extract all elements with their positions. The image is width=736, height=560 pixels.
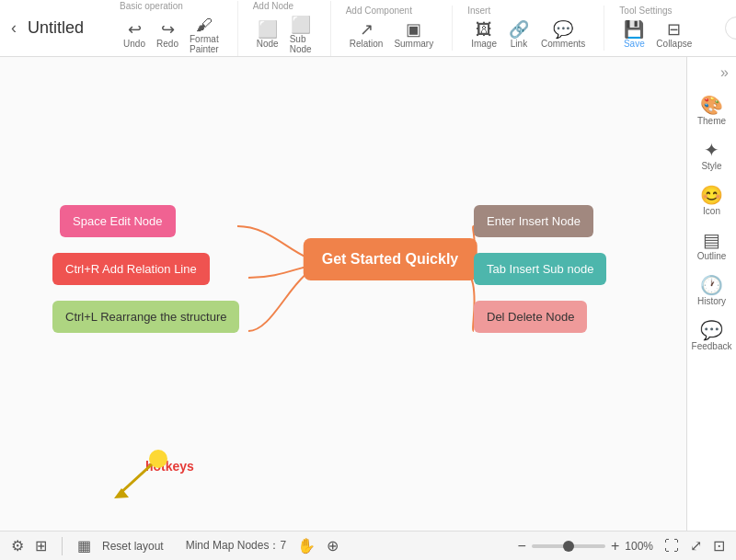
sidebar-item-style[interactable]: ✦ Style <box>687 133 736 178</box>
sidebar-item-icon[interactable]: 😊 Icon <box>687 178 736 223</box>
sidebar-collapse-button[interactable]: » <box>687 64 736 88</box>
outline-icon: ▤ <box>703 231 720 249</box>
toolbar-group-3-label: Insert <box>467 6 490 16</box>
left-node-1-label: Space Edit Node <box>73 214 163 228</box>
hand-icon[interactable]: ✋ <box>297 537 316 554</box>
toolbar-group-2: Add Component↗Relation▣Summary <box>346 6 454 51</box>
toolbar-label-1-0: Node <box>257 39 279 49</box>
toolbar-btn-2-1[interactable]: ▣Summary <box>390 19 437 51</box>
document-title: Untitled <box>28 18 101 38</box>
toolbar-btn-3-0[interactable]: 🖼Image <box>467 19 500 51</box>
toolbar-btn-0-1[interactable]: ↪Redo <box>153 19 182 51</box>
toolbar-icon-1-1: ⬜ <box>291 17 311 33</box>
feedback-icon: 💬 <box>700 321 723 339</box>
toolbar-label-2-1: Summary <box>394 39 433 49</box>
feedback-label: Feedback <box>692 341 732 351</box>
toolbar-label-0-0: Undo <box>123 39 145 49</box>
right-node-1-label: Enter Insert Node <box>487 214 581 228</box>
left-node-1[interactable]: Space Edit Node <box>60 205 176 237</box>
right-sidebar: » 🎨 Theme ✦ Style 😊 Icon ▤ Outline 🕐 His… <box>686 57 736 531</box>
toolbar-group-3-items: 🖼Image🔗Link💬Comments <box>467 19 589 51</box>
reset-layout-label[interactable]: Reset layout <box>102 540 164 553</box>
canvas[interactable]: Get Started Quickly Space Edit Node Ctrl… <box>0 57 686 531</box>
mind-map-nodes-label: Mind Map Nodes：7 <box>186 538 286 554</box>
zoom-slider-thumb[interactable] <box>563 541 574 552</box>
toolbar-btn-0-0[interactable]: ↩Undo <box>120 19 149 51</box>
left-node-3[interactable]: Ctrl+L Rearrange the structure <box>52 301 239 333</box>
center-node[interactable]: Get Started Quickly <box>304 238 477 280</box>
toolbar-label-0-2: Format Painter <box>190 34 219 54</box>
toolbar-icon-3-2: 💬 <box>553 21 573 38</box>
toolbar-icon-2-0: ↗ <box>360 21 374 38</box>
toolbar-group-1-label: Add Node <box>253 1 293 11</box>
toolbar-label-3-2: Comments <box>541 39 585 49</box>
theme-icon: 🎨 <box>700 96 723 114</box>
expand-button[interactable]: ⊡ <box>713 537 725 554</box>
toolbar-label-3-1: Link <box>511 39 527 49</box>
right-node-1[interactable]: Enter Insert Node <box>474 205 593 237</box>
toolbar-btn-0-2[interactable]: 🖌Format Painter <box>186 15 223 56</box>
toolbar-icon-4-0: 💾 <box>624 21 644 38</box>
fullscreen-button[interactable]: ⛶ <box>664 538 679 554</box>
pointer-icon[interactable]: ⊕ <box>327 537 339 554</box>
reset-layout-divider <box>62 537 63 555</box>
history-label: History <box>697 296 726 306</box>
toolbar-btn-3-1[interactable]: 🔗Link <box>504 19 534 51</box>
toolbar-label-4-0: Save <box>624 39 645 49</box>
toolbar-group-2-items: ↗Relation▣Summary <box>346 19 438 51</box>
share-button[interactable]: ⬡ Share <box>725 17 736 40</box>
sidebar-item-history[interactable]: 🕐 History <box>687 269 736 314</box>
toolbar-group-4: Tool Settings💾Save⊟Collapse <box>619 6 710 51</box>
toolbar-label-2-0: Relation <box>350 39 384 49</box>
toolbar-btn-1-1[interactable]: ⬜Sub Node <box>286 15 316 56</box>
zoom-out-button[interactable]: − <box>518 538 526 554</box>
toolbar-icon-0-2: 🖌 <box>196 17 213 33</box>
toolbar-btn-1-0[interactable]: ⬜Node <box>253 19 282 51</box>
back-button[interactable]: ‹ <box>7 15 20 41</box>
toolbar-icon-3-1: 🔗 <box>509 21 529 38</box>
reset-layout-icon[interactable]: ▦ <box>77 537 91 554</box>
left-node-3-label: Ctrl+L Rearrange the structure <box>65 310 226 324</box>
zoom-in-button[interactable]: + <box>611 538 619 554</box>
left-node-2[interactable]: Ctrl+R Add Relation Line <box>52 253 210 285</box>
footer-settings-icon[interactable]: ⚙ <box>11 537 24 554</box>
footer: ⚙ ⊞ ▦ Reset layout Mind Map Nodes：7 ✋ ⊕ … <box>0 531 736 560</box>
main-area: Get Started Quickly Space Edit Node Ctrl… <box>0 57 736 531</box>
toolbar-btn-3-2[interactable]: 💬Comments <box>537 19 589 51</box>
toolbar-group-1: Add Node⬜Node⬜Sub Node <box>253 1 331 56</box>
toolbar-btn-4-0[interactable]: 💾Save <box>619 19 649 51</box>
fit-screen-button[interactable]: ⤢ <box>690 537 702 554</box>
arrow-annotation <box>101 448 175 503</box>
style-label: Style <box>701 161 721 171</box>
toolbar-btn-4-1[interactable]: ⊟Collapse <box>652 19 696 51</box>
zoom-slider[interactable] <box>532 544 605 548</box>
toolbar-label-1-1: Sub Node <box>290 34 312 54</box>
footer-grid-icon[interactable]: ⊞ <box>35 537 47 554</box>
sidebar-item-outline[interactable]: ▤ Outline <box>687 223 736 269</box>
sidebar-item-feedback[interactable]: 💬 Feedback <box>687 314 736 359</box>
history-icon: 🕐 <box>700 276 723 294</box>
sidebar-item-theme[interactable]: 🎨 Theme <box>687 88 736 133</box>
toolbar-btn-2-0[interactable]: ↗Relation <box>346 19 387 51</box>
toolbar-icon-1-0: ⬜ <box>258 21 278 38</box>
toolbar-group-4-label: Tool Settings <box>619 6 672 16</box>
icon-icon: 😊 <box>700 186 723 204</box>
toolbar-group-3: Insert🖼Image🔗Link💬Comments <box>467 6 604 51</box>
toolbar-icon-4-1: ⊟ <box>667 21 681 38</box>
theme-label: Theme <box>697 116 726 126</box>
outline-label: Outline <box>697 251 727 261</box>
right-node-2-label: Tab Insert Sub node <box>487 262 593 276</box>
toolbar-label-3-0: Image <box>471 39 497 49</box>
right-node-3[interactable]: Del Delete Node <box>474 301 587 333</box>
svg-marker-2 <box>114 488 129 498</box>
toolbar-group-0-items: ↩Undo↪Redo🖌Format Painter <box>120 15 223 56</box>
toolbar-group-1-items: ⬜Node⬜Sub Node <box>253 15 316 56</box>
svg-line-1 <box>120 464 152 494</box>
toolbar-label-4-1: Collapse <box>656 39 692 49</box>
toolbar-group-2-label: Add Component <box>346 6 412 16</box>
right-node-2[interactable]: Tab Insert Sub node <box>474 253 606 285</box>
toolbar-group-4-items: 💾Save⊟Collapse <box>619 19 696 51</box>
header: ‹ Untitled Basic operation↩Undo↪Redo🖌For… <box>0 0 736 57</box>
toolbar-icon-0-1: ↪ <box>161 21 175 38</box>
zoom-percent-label: 100% <box>625 540 653 553</box>
